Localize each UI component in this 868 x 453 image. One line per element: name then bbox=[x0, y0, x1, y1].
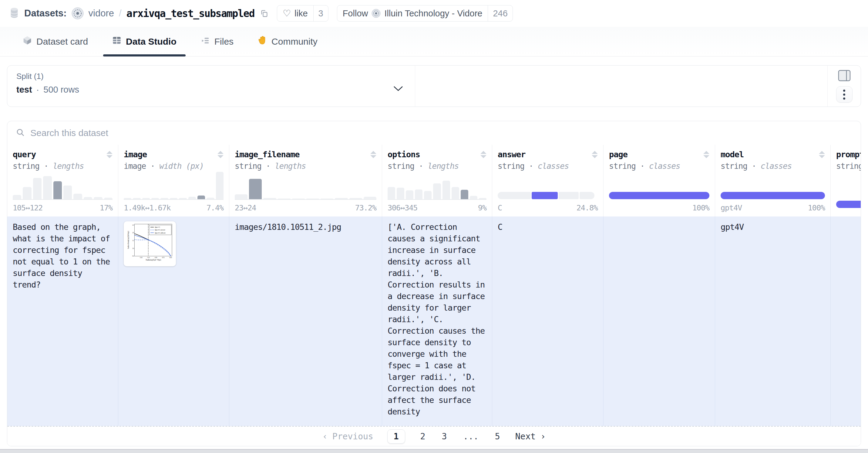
column-header-model[interactable]: model string · classes gpt4V100% bbox=[715, 145, 830, 217]
like-button[interactable]: ♡ like 3 bbox=[277, 5, 329, 22]
chevron-down-icon bbox=[393, 86, 403, 93]
svg-text:-1.25: -1.25 bbox=[147, 257, 150, 258]
bin-percent: 17% bbox=[100, 203, 113, 212]
viewer-tools bbox=[827, 65, 861, 107]
like-count[interactable]: 3 bbox=[313, 5, 328, 21]
classes-bar-prompt[interactable] bbox=[836, 201, 861, 208]
column-header-query[interactable]: query string · lengths 105↔12217% bbox=[7, 145, 118, 217]
sort-arrows[interactable] bbox=[217, 151, 223, 158]
column-header-image-filename[interactable]: image_filename string · lengths 23↔2473.… bbox=[229, 145, 382, 217]
page-button-5[interactable]: 5 bbox=[494, 430, 501, 443]
repo-name: arxivqa_test_subsampled bbox=[126, 8, 254, 20]
page-button-3[interactable]: 3 bbox=[440, 430, 448, 443]
svg-text:1.0: 1.0 bbox=[132, 248, 134, 249]
tab-label: Data Studio bbox=[126, 36, 177, 47]
data-studio-icon bbox=[112, 36, 121, 47]
community-hand-icon bbox=[258, 35, 267, 47]
bin-percent: 7.4% bbox=[207, 203, 223, 212]
like-label: like bbox=[294, 8, 308, 19]
bin-range: 23↔24 bbox=[235, 203, 256, 212]
follow-org-avatar bbox=[372, 9, 381, 18]
follow-label: Follow bbox=[343, 8, 368, 19]
row-image-thumbnail[interactable]: fspec = 1 fspec ≠ 1, w/o corr. fspec ≠ 1… bbox=[124, 221, 176, 266]
next-page-button[interactable]: Next › bbox=[515, 431, 546, 442]
tab-label: Dataset card bbox=[36, 36, 88, 47]
dataset-card-icon bbox=[23, 35, 32, 47]
svg-text:2.5: 2.5 bbox=[132, 224, 134, 226]
histogram-image-filename[interactable] bbox=[235, 172, 376, 200]
cell-model: gpt4V bbox=[715, 217, 830, 426]
column-header-answer[interactable]: answer string · classes C24.8% bbox=[492, 145, 603, 217]
files-icon bbox=[201, 36, 210, 47]
cell-prompt bbox=[830, 217, 861, 426]
heart-icon: ♡ bbox=[283, 9, 291, 18]
tab-files[interactable]: Files bbox=[192, 27, 243, 56]
split-selector[interactable]: Split (1) test · 500 rows bbox=[7, 65, 415, 107]
column-header-prompt[interactable]: prompt string bbox=[830, 145, 861, 217]
chevron-right-icon: › bbox=[540, 431, 546, 442]
split-value: test bbox=[17, 85, 32, 95]
page-ellipsis: ... bbox=[462, 430, 480, 443]
dataset-viewer: query string · lengths 105↔12217% image … bbox=[7, 121, 861, 446]
classes-bar-model[interactable] bbox=[721, 192, 825, 199]
cell-options: ['A. Correction causes a significant inc… bbox=[382, 217, 492, 426]
classes-bar-answer[interactable] bbox=[498, 192, 598, 199]
split-label: Split (1) bbox=[17, 72, 406, 81]
page-number-list: 123...5 bbox=[387, 429, 501, 444]
histogram-image-width[interactable] bbox=[124, 172, 223, 200]
column-name: model bbox=[721, 150, 744, 159]
bin-percent: 9% bbox=[478, 203, 487, 212]
column-name: page bbox=[609, 150, 627, 159]
class-percent: 24.8% bbox=[577, 203, 598, 212]
classes-bar-page[interactable] bbox=[609, 192, 709, 199]
histogram-options[interactable] bbox=[388, 172, 487, 200]
svg-text:1.5: 1.5 bbox=[132, 239, 134, 242]
follow-org-name: Illuin Technology - Vidore bbox=[384, 8, 482, 19]
table-header-row: query string · lengths 105↔12217% image … bbox=[7, 145, 861, 217]
tab-community[interactable]: Community bbox=[249, 27, 327, 56]
org-avatar[interactable] bbox=[71, 7, 84, 20]
tab-dataset-card[interactable]: Dataset card bbox=[14, 27, 97, 56]
more-options-button[interactable] bbox=[836, 86, 852, 103]
tab-data-studio[interactable]: Data Studio bbox=[103, 27, 186, 56]
search-input[interactable] bbox=[30, 128, 852, 138]
org-link[interactable]: vidore bbox=[89, 8, 114, 19]
column-header-page[interactable]: page string · classes 100% bbox=[603, 145, 715, 217]
tab-label: Community bbox=[272, 36, 317, 47]
svg-text:-1.50: -1.50 bbox=[140, 257, 142, 258]
sort-arrows[interactable] bbox=[703, 151, 709, 158]
histogram-query[interactable] bbox=[13, 172, 113, 200]
cell-image: fspec = 1 fspec ≠ 1, w/o corr. fspec ≠ 1… bbox=[118, 217, 229, 426]
datasets-db-icon bbox=[9, 7, 20, 20]
column-header-image[interactable]: image image · width (px) 1.49k↔1.67k7.4% bbox=[118, 145, 229, 217]
thumb-ylabel: Surface Density log Σ [h² Mpc] bbox=[127, 231, 129, 249]
sort-arrows[interactable] bbox=[370, 151, 376, 158]
horizontal-scrollbar[interactable] bbox=[0, 449, 868, 453]
svg-text:0.5: 0.5 bbox=[132, 255, 134, 257]
side-panel-toggle-icon[interactable] bbox=[838, 70, 851, 83]
page-button-2[interactable]: 2 bbox=[419, 430, 427, 443]
tab-label: Files bbox=[214, 36, 234, 47]
page-header: Datasets: vidore / arxivqa_test_subsampl… bbox=[0, 0, 868, 27]
svg-text:-1.00: -1.00 bbox=[154, 257, 157, 258]
follow-button[interactable]: Follow Illuin Technology - Vidore 246 bbox=[337, 5, 513, 22]
class-percent: 100% bbox=[692, 203, 709, 212]
previous-page-button[interactable]: ‹ Previous bbox=[322, 431, 373, 442]
split-panel: Split (1) test · 500 rows bbox=[7, 65, 861, 107]
sort-arrows[interactable] bbox=[592, 151, 598, 158]
cell-answer: C bbox=[492, 217, 603, 426]
split-separator: · bbox=[36, 85, 39, 95]
page-button-1[interactable]: 1 bbox=[387, 429, 405, 444]
search-bar bbox=[7, 121, 861, 145]
table-row[interactable]: Based on the graph, what is the impact o… bbox=[7, 217, 861, 426]
repo-tabs: Dataset card Data Studio Files Community bbox=[0, 27, 868, 56]
sort-arrows[interactable] bbox=[819, 151, 825, 158]
sort-arrows[interactable] bbox=[106, 151, 113, 158]
column-name: answer bbox=[498, 150, 526, 159]
split-panel-spacer bbox=[415, 65, 827, 107]
chevron-left-icon: ‹ bbox=[322, 431, 328, 442]
sort-arrows[interactable] bbox=[480, 151, 487, 158]
copy-icon[interactable] bbox=[260, 9, 269, 18]
column-header-options[interactable]: options string · lengths 306↔3459% bbox=[382, 145, 492, 217]
cell-image-filename: images/1810.10511_2.jpg bbox=[229, 217, 382, 426]
